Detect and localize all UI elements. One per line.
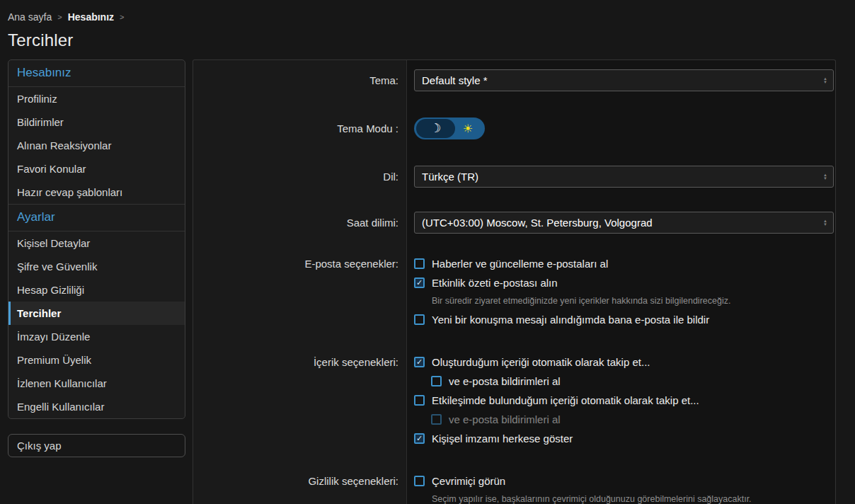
privacy-options-label: Gizlilik seçenekleri: xyxy=(193,462,407,504)
checkbox[interactable]: ✓ xyxy=(414,476,425,486)
checkbox[interactable]: ✓ xyxy=(414,433,425,444)
checkbox-option: ✓ Oluşturduğum içeriği otomatik olarak t… xyxy=(414,355,834,369)
sidebar-item-personal-details[interactable]: Kişisel Detaylar xyxy=(8,231,185,255)
checkbox-label[interactable]: Kişişel imzamı herkese göster xyxy=(432,432,573,445)
select-arrows-icon: ▲ ▼ xyxy=(823,77,827,84)
sidebar-item-ignored-users[interactable]: Engelli Kullanıcılar xyxy=(8,395,185,418)
checkbox-label[interactable]: Etkileşimde bulunduğum içeriği otomatik … xyxy=(432,394,699,407)
checkbox-option: ✓ Kişişel imzamı herkese göster xyxy=(414,432,834,445)
content-area: Hesabınız Profiliniz Bildirimler Alınan … xyxy=(0,59,855,504)
select-arrows-icon: ▲ ▼ xyxy=(823,173,827,181)
sidebar-item-account-privacy[interactable]: Hesap Gizliliği xyxy=(8,278,185,302)
checkbox-option: ✓ Etkinlik özeti e-postası alın xyxy=(414,276,834,290)
sidebar-item-password-security[interactable]: Şifre ve Güvenlik xyxy=(8,255,185,278)
checkbox[interactable]: ✓ xyxy=(431,376,442,386)
checkbox-option: ✓ Etkileşimde bulunduğum içeriği otomati… xyxy=(414,394,834,407)
checkbox-label[interactable]: Çevrimiçi görün xyxy=(432,474,505,488)
checkmark-icon: ✓ xyxy=(416,316,423,323)
timezone-label: Saat dilimi: xyxy=(193,200,407,245)
moon-icon: ☾ xyxy=(430,122,441,134)
timezone-select[interactable]: (UTC+03:00) Moscow, St. Petersburg, Volg… xyxy=(414,212,834,234)
checkbox-hint: Bir süredir ziyaret etmediğinizde yeni i… xyxy=(432,295,834,307)
sidebar-item-preferences[interactable]: Tercihler xyxy=(8,302,185,325)
sun-icon: ☀ xyxy=(463,123,473,134)
sidebar-header-settings[interactable]: Ayarlar xyxy=(8,204,185,231)
account-sidebar: Hesabınız Profiliniz Bildirimler Alınan … xyxy=(8,59,185,419)
checkmark-icon: ✓ xyxy=(433,416,440,423)
checkmark-icon: ✓ xyxy=(433,377,440,385)
sidebar-section-settings: Kişisel Detaylar Şifre ve Güvenlik Hesap… xyxy=(8,231,185,418)
sidebar-item-favorite-topics[interactable]: Favori Konular xyxy=(8,157,185,181)
checkbox[interactable]: ✓ xyxy=(414,277,425,288)
toggle-knob: ☾ xyxy=(416,119,455,138)
breadcrumb-account-link[interactable]: Hesabınız xyxy=(68,11,114,23)
checkbox-label[interactable]: ve e-posta bildirimleri al xyxy=(449,374,561,388)
checkbox[interactable]: ✓ xyxy=(414,314,425,325)
language-select-value: Türkçe (TR) xyxy=(422,171,823,183)
theme-mode-toggle[interactable]: ☾ ☀ xyxy=(414,118,485,139)
language-select[interactable]: Türkçe (TR) ▲ ▼ xyxy=(414,166,834,188)
checkbox-label[interactable]: Etkinlik özeti e-postası alın xyxy=(432,276,558,290)
timezone-select-value: (UTC+03:00) Moscow, St. Petersburg, Volg… xyxy=(422,217,823,229)
theme-select[interactable]: Default style * ▲ ▼ xyxy=(414,69,834,91)
sidebar-item-reactions[interactable]: Alınan Reaksiyonlar xyxy=(8,134,185,157)
checkbox-label[interactable]: Oluşturduğum içeriği otomatik olarak tak… xyxy=(432,355,650,369)
checkmark-icon: ✓ xyxy=(416,435,423,442)
breadcrumb-separator: > xyxy=(114,13,130,21)
checkbox-option: ✓ Yeni bir konuşma mesajı alındığımda ba… xyxy=(414,313,834,326)
theme-label: Tema: xyxy=(193,60,407,103)
checkbox-label[interactable]: ve e-posta bildirimleri al xyxy=(449,413,561,426)
arrow-down-icon: ▼ xyxy=(823,223,827,227)
language-label: Dil: xyxy=(193,154,407,200)
sidebar-column: Hesabınız Profiliniz Bildirimler Alınan … xyxy=(8,59,185,457)
checkmark-icon: ✓ xyxy=(416,279,423,287)
arrow-down-icon: ▼ xyxy=(823,81,827,84)
breadcrumb-separator: > xyxy=(52,13,67,21)
sidebar-section-account: Profiliniz Bildirimler Alınan Reaksiyonl… xyxy=(8,87,185,204)
sidebar-item-reply-templates[interactable]: Hazır cevap şablonları xyxy=(8,181,185,204)
checkmark-icon: ✓ xyxy=(416,260,423,268)
checkmark-icon: ✓ xyxy=(416,477,423,485)
theme-select-value: Default style * xyxy=(422,74,823,86)
sidebar-item-notifications[interactable]: Bildirimler xyxy=(8,110,185,134)
sidebar-item-premium[interactable]: Premium Üyelik xyxy=(8,348,185,372)
arrow-down-icon: ▼ xyxy=(823,177,827,181)
sidebar-item-profile[interactable]: Profiliniz xyxy=(8,87,185,110)
checkbox-option: ✓ ve e-posta bildirimleri al xyxy=(431,374,834,388)
checkbox[interactable]: ✓ xyxy=(431,414,442,425)
email-options-label: E-posta seçenekler: xyxy=(193,245,407,343)
checkbox-label[interactable]: Haberler ve güncelleme e-postaları al xyxy=(432,257,608,270)
breadcrumb: Ana sayfa > Hesabınız > xyxy=(8,11,836,23)
sidebar-item-signature[interactable]: İmzayı Düzenle xyxy=(8,325,185,348)
checkmark-icon: ✓ xyxy=(416,358,423,366)
content-options-label: İçerik seçenekleri: xyxy=(193,343,407,462)
theme-mode-label: Tema Modu : xyxy=(193,103,407,154)
page-title: Tercihler xyxy=(8,30,836,50)
breadcrumb-home-link[interactable]: Ana sayfa xyxy=(8,11,52,23)
checkbox[interactable]: ✓ xyxy=(414,258,425,269)
checkbox[interactable]: ✓ xyxy=(414,357,425,367)
checkbox-label[interactable]: Yeni bir konuşma mesajı alındığımda bana… xyxy=(432,313,709,326)
logout-button[interactable]: Çıkış yap xyxy=(8,434,185,457)
sidebar-item-followed-users[interactable]: İzlenen Kullanıcılar xyxy=(8,372,185,395)
preferences-form: Tema: Default style * ▲ ▼ Tema Modu : ☾ … xyxy=(193,59,836,504)
checkbox-option: ✓ Çevrimiçi görün xyxy=(414,474,834,488)
checkbox-option: ✓ ve e-posta bildirimleri al xyxy=(431,413,834,426)
checkbox-hint: Seçim yapılır ise, başkalarının çevrimiç… xyxy=(432,493,834,504)
select-arrows-icon: ▲ ▼ xyxy=(823,219,827,227)
checkmark-icon: ✓ xyxy=(416,396,423,404)
sidebar-header-account[interactable]: Hesabınız xyxy=(8,60,185,87)
checkbox-option: ✓ Haberler ve güncelleme e-postaları al xyxy=(414,257,834,270)
checkbox[interactable]: ✓ xyxy=(414,395,425,406)
